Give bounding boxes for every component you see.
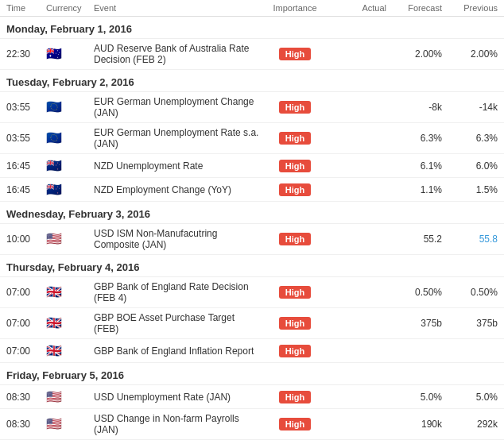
- event-time: 08:30: [6, 392, 46, 403]
- event-name[interactable]: USD Change in Non-farm Payrolls (JAN): [94, 413, 259, 435]
- event-name[interactable]: NZD Employment Change (YoY): [94, 184, 259, 195]
- event-currency: 🇬🇧: [46, 286, 94, 299]
- high-badge: High: [279, 418, 311, 430]
- event-name[interactable]: EUR German Unemployment Rate s.a. (JAN): [94, 127, 259, 149]
- table-row: 16:45🇳🇿NZD Unemployment RateHigh6.1%6.0%: [0, 154, 504, 178]
- event-forecast: 375b: [386, 318, 442, 329]
- event-name[interactable]: USD Unemployment Rate (JAN): [94, 392, 259, 403]
- high-badge: High: [279, 183, 311, 196]
- event-previous: 292k: [442, 419, 498, 430]
- event-forecast: 0.50%: [386, 287, 442, 298]
- table-header: Time Currency Event Importance Actual Fo…: [0, 0, 504, 17]
- importance-cell: High: [259, 391, 331, 403]
- flag-eur-icon: 🇪🇺: [46, 101, 62, 114]
- event-time: 03:55: [6, 133, 46, 144]
- importance-cell: High: [259, 183, 331, 196]
- event-forecast: 190k: [386, 419, 442, 430]
- table-row: 10:00🇺🇸USD ISM Non-Manufacutring Composi…: [0, 224, 504, 255]
- header-event: Event: [94, 3, 259, 13]
- event-name[interactable]: GBP Bank of England Rate Decision (FEB 4…: [94, 281, 259, 303]
- high-badge: High: [279, 48, 311, 60]
- high-badge: High: [279, 132, 311, 145]
- event-name[interactable]: NZD Unemployment Rate: [94, 160, 259, 172]
- header-time: Time: [6, 3, 46, 13]
- event-time: 03:55: [6, 102, 46, 113]
- day-header-1: Tuesday, February 2, 2016: [0, 70, 504, 92]
- event-name[interactable]: EUR German Unemployment Change (JAN): [94, 96, 259, 118]
- importance-cell: High: [259, 286, 331, 299]
- event-previous: 0.50%: [442, 287, 498, 298]
- flag-gbp-icon: 🇬🇧: [46, 345, 62, 357]
- event-forecast: 6.1%: [386, 160, 442, 172]
- flag-usd-icon: 🇺🇸: [46, 233, 62, 245]
- event-time: 07:00: [6, 287, 46, 298]
- event-time: 16:45: [6, 160, 46, 172]
- event-previous: 1.5%: [442, 184, 498, 195]
- event-time: 16:45: [6, 184, 46, 195]
- table-row: 07:00🇬🇧GBP Bank of England Inflation Rep…: [0, 339, 504, 363]
- table-row: 03:55🇪🇺EUR German Unemployment Rate s.a.…: [0, 123, 504, 154]
- flag-gbp-icon: 🇬🇧: [46, 286, 62, 299]
- day-header-0: Monday, February 1, 2016: [0, 17, 504, 39]
- event-time: 10:00: [6, 234, 46, 245]
- importance-cell: High: [259, 345, 331, 357]
- event-time: 07:00: [6, 346, 46, 357]
- event-previous: 6.3%: [442, 133, 498, 144]
- table-row: 08:30🇺🇸USD Unemployment Rate (JAN)High5.…: [0, 385, 504, 409]
- event-previous: 5.0%: [442, 392, 498, 403]
- event-name[interactable]: USD ISM Non-Manufacutring Composite (JAN…: [94, 228, 259, 250]
- event-time: 22:30: [6, 48, 46, 60]
- high-badge: High: [279, 286, 311, 299]
- importance-cell: High: [259, 101, 331, 114]
- event-currency: 🇬🇧: [46, 345, 94, 357]
- flag-gbp-icon: 🇬🇧: [46, 317, 62, 330]
- event-previous: 375b: [442, 318, 498, 329]
- event-currency: 🇬🇧: [46, 317, 94, 330]
- event-forecast: -8k: [386, 102, 442, 113]
- day-header-4: Friday, February 5, 2016: [0, 363, 504, 385]
- event-currency: 🇺🇸: [46, 418, 94, 430]
- event-name[interactable]: GBP Bank of England Inflation Report: [94, 346, 259, 357]
- event-name[interactable]: GBP BOE Asset Purchase Target (FEB): [94, 312, 259, 334]
- high-badge: High: [279, 233, 311, 245]
- event-forecast: 55.2: [386, 234, 442, 245]
- event-currency: 🇳🇿: [46, 183, 94, 196]
- event-forecast: 2.00%: [386, 48, 442, 60]
- calendar-body: Monday, February 1, 201622:30🇦🇺AUD Reser…: [0, 17, 504, 444]
- importance-cell: High: [259, 317, 331, 330]
- table-row: 07:00🇬🇧GBP Bank of England Rate Decision…: [0, 277, 504, 308]
- flag-usd-icon: 🇺🇸: [46, 391, 62, 403]
- header-importance: Importance: [259, 3, 331, 13]
- event-currency: 🇪🇺: [46, 132, 94, 145]
- header-previous: Previous: [442, 3, 498, 13]
- high-badge: High: [279, 345, 311, 357]
- table-row: 22:30🇦🇺AUD Reserve Bank of Australia Rat…: [0, 39, 504, 70]
- high-badge: High: [279, 391, 311, 403]
- header-forecast: Forecast: [386, 3, 442, 13]
- importance-cell: High: [259, 132, 331, 145]
- header-actual: Actual: [331, 3, 386, 13]
- importance-cell: High: [259, 48, 331, 60]
- high-badge: High: [279, 160, 311, 172]
- high-badge: High: [279, 317, 311, 330]
- day-header-3: Thursday, February 4, 2016: [0, 255, 504, 277]
- flag-nzd-icon: 🇳🇿: [46, 160, 62, 172]
- event-previous: -14k: [442, 102, 498, 113]
- high-badge: High: [279, 101, 311, 114]
- importance-cell: High: [259, 233, 331, 245]
- importance-cell: High: [259, 418, 331, 430]
- event-forecast: 5.0%: [386, 392, 442, 403]
- event-previous: 6.0%: [442, 160, 498, 172]
- event-currency: 🇦🇺: [46, 48, 94, 60]
- event-previous: 55.8: [442, 234, 498, 245]
- flag-nzd-icon: 🇳🇿: [46, 183, 62, 196]
- event-time: 08:30: [6, 419, 46, 430]
- event-time: 07:00: [6, 318, 46, 329]
- flag-aud-icon: 🇦🇺: [46, 48, 62, 60]
- flag-usd-icon: 🇺🇸: [46, 418, 62, 430]
- event-name[interactable]: AUD Reserve Bank of Australia Rate Decis…: [94, 43, 259, 65]
- event-forecast: 1.1%: [386, 184, 442, 195]
- header-currency: Currency: [46, 3, 94, 13]
- table-row: 08:30🇨🇦CAD Unemployment Rate (JAN)High7.…: [0, 440, 504, 444]
- event-currency: 🇺🇸: [46, 233, 94, 245]
